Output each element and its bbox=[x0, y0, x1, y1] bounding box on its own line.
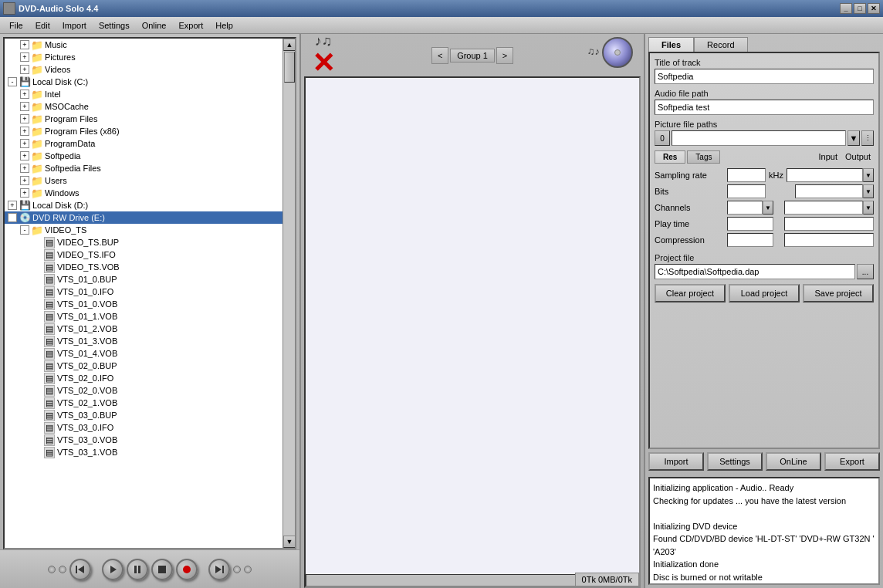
tree-item[interactable]: +📁Videos bbox=[5, 63, 282, 76]
channels-input-in[interactable] bbox=[727, 201, 763, 215]
canvas-scrollbar[interactable] bbox=[306, 574, 593, 586]
tree-item[interactable]: ▤VTS_01_4.VOB bbox=[5, 347, 282, 360]
play-time-input-in[interactable] bbox=[727, 217, 773, 231]
scroll-thumb[interactable] bbox=[284, 52, 295, 83]
channels-dropdown-in[interactable]: ▼ bbox=[763, 201, 773, 215]
play-button[interactable] bbox=[102, 559, 123, 580]
next-button[interactable] bbox=[208, 559, 230, 580]
tree-item[interactable]: ▤VIDEO_TS.VOB bbox=[5, 261, 282, 273]
tree-item[interactable]: +📁Softpedia Files bbox=[5, 162, 282, 174]
picture-path-dropdown[interactable]: ▼ bbox=[847, 130, 860, 146]
tree-scrollbar[interactable]: ▲ ▼ bbox=[282, 39, 295, 548]
log-content[interactable]: Initializing application - Audio.. Ready… bbox=[650, 478, 878, 583]
tree-item[interactable]: ▤VTS_03_0.BUP bbox=[5, 409, 282, 421]
play-time-input-out[interactable] bbox=[784, 217, 874, 231]
pause-button[interactable] bbox=[127, 559, 148, 580]
prev-button[interactable] bbox=[69, 559, 91, 580]
channels-label: Channels bbox=[655, 203, 724, 212]
menu-help[interactable]: Help bbox=[209, 19, 239, 32]
menu-edit[interactable]: Edit bbox=[29, 19, 56, 32]
bits-input-out[interactable] bbox=[795, 184, 863, 198]
inner-tab-res[interactable]: Res bbox=[655, 150, 685, 164]
prev-group-button[interactable]: < bbox=[431, 47, 448, 64]
channels-input-out[interactable] bbox=[784, 201, 863, 215]
picture-number-button[interactable]: 0 bbox=[655, 130, 670, 146]
next-group-button[interactable]: > bbox=[496, 47, 513, 64]
file-tree[interactable]: +📁Music+📁Pictures+📁Videos-💾Local Disk (C… bbox=[5, 39, 282, 548]
tree-item[interactable]: ▤VIDEO_TS.BUP bbox=[5, 236, 282, 248]
tree-item[interactable]: +📁Windows bbox=[5, 187, 282, 199]
online-button[interactable]: OnLine bbox=[766, 452, 821, 471]
x-mark[interactable]: ✕ bbox=[312, 49, 335, 77]
stop-button[interactable] bbox=[151, 559, 173, 580]
tree-item[interactable]: ▤VTS_01_1.VOB bbox=[5, 310, 282, 323]
tree-item[interactable]: ▤VTS_02_0.VOB bbox=[5, 384, 282, 397]
browse-button[interactable]: ... bbox=[857, 264, 874, 279]
scroll-up-arrow[interactable]: ▲ bbox=[283, 39, 296, 51]
menu-bar: File Edit Import Settings Online Export … bbox=[0, 17, 883, 34]
tree-item[interactable]: -💿DVD RW Drive (E:) bbox=[5, 211, 282, 224]
tree-item[interactable]: ▤VIDEO_TS.IFO bbox=[5, 248, 282, 261]
tree-item[interactable]: +📁Program Files bbox=[5, 113, 282, 125]
bits-input-in[interactable] bbox=[727, 184, 766, 198]
tree-item-label: VTS_01_0.BUP bbox=[57, 275, 117, 284]
tree-item[interactable]: +📁Users bbox=[5, 174, 282, 187]
channels-dropdown-out[interactable]: ▼ bbox=[863, 201, 874, 215]
log-line: Initializing application - Audio.. Ready bbox=[653, 482, 875, 495]
tree-item[interactable]: ▤VTS_01_2.VOB bbox=[5, 323, 282, 335]
scroll-down-arrow[interactable]: ▼ bbox=[283, 536, 296, 548]
tree-item[interactable]: ▤VTS_01_0.BUP bbox=[5, 273, 282, 286]
bits-dropdown[interactable]: ▼ bbox=[863, 184, 874, 198]
tree-item[interactable]: ▤VTS_02_0.IFO bbox=[5, 372, 282, 384]
compression-input-in[interactable] bbox=[727, 233, 773, 247]
tree-item[interactable]: +📁ProgramData bbox=[5, 137, 282, 150]
tree-item[interactable]: +📁Program Files (x86) bbox=[5, 125, 282, 137]
record-button[interactable] bbox=[176, 559, 198, 580]
project-action-buttons: Clear project Load project Save project bbox=[655, 284, 874, 302]
maximize-button[interactable]: □ bbox=[854, 3, 866, 14]
tree-item[interactable]: ▤VTS_01_0.IFO bbox=[5, 286, 282, 298]
tab-files[interactable]: Files bbox=[648, 37, 694, 52]
tree-item-label: Softpedia bbox=[45, 151, 80, 161]
audio-path-input[interactable] bbox=[655, 100, 874, 115]
tree-item[interactable]: ▤VTS_01_0.VOB bbox=[5, 298, 282, 310]
menu-import[interactable]: Import bbox=[56, 19, 93, 32]
tree-item[interactable]: +📁Pictures bbox=[5, 51, 282, 63]
tree-item[interactable]: -💾Local Disk (C:) bbox=[5, 76, 282, 88]
import-button[interactable]: Import bbox=[648, 452, 704, 471]
compression-input-out[interactable] bbox=[784, 233, 874, 247]
project-path-input[interactable] bbox=[655, 264, 855, 279]
sampling-rate-input-out[interactable] bbox=[787, 168, 863, 182]
menu-export[interactable]: Export bbox=[172, 19, 209, 32]
tree-item[interactable]: +📁Intel bbox=[5, 88, 282, 100]
menu-online[interactable]: Online bbox=[136, 19, 173, 32]
picture-extra-button[interactable]: ⋮ bbox=[861, 130, 874, 146]
tree-item[interactable]: +📁Music bbox=[5, 39, 282, 51]
save-project-button[interactable]: Save project bbox=[803, 284, 874, 302]
settings-button[interactable]: Settings bbox=[707, 452, 763, 471]
export-button[interactable]: Export bbox=[824, 452, 880, 471]
sampling-rate-dropdown[interactable]: ▼ bbox=[863, 168, 874, 182]
tree-item[interactable]: ▤VTS_03_1.VOB bbox=[5, 446, 282, 458]
clear-project-button[interactable]: Clear project bbox=[655, 284, 726, 302]
tree-item[interactable]: ▤VTS_03_0.VOB bbox=[5, 434, 282, 446]
sampling-rate-input-in[interactable] bbox=[727, 168, 766, 182]
picture-path-input[interactable] bbox=[672, 130, 846, 146]
tree-item[interactable]: -📁VIDEO_TS bbox=[5, 224, 282, 236]
tree-item[interactable]: ▤VTS_02_1.VOB bbox=[5, 397, 282, 409]
bottom-action-buttons: Import Settings OnLine Export bbox=[645, 449, 883, 474]
tree-item[interactable]: ▤VTS_01_3.VOB bbox=[5, 335, 282, 347]
close-button[interactable]: ✕ bbox=[868, 3, 880, 14]
inner-tab-tags[interactable]: Tags bbox=[687, 150, 720, 164]
tab-record[interactable]: Record bbox=[694, 37, 747, 52]
title-input[interactable] bbox=[655, 69, 874, 84]
tree-item[interactable]: +📁Softpedia bbox=[5, 150, 282, 162]
tree-item[interactable]: +💾Local Disk (D:) bbox=[5, 199, 282, 211]
tree-item[interactable]: ▤VTS_03_0.IFO bbox=[5, 421, 282, 434]
menu-file[interactable]: File bbox=[3, 19, 29, 32]
load-project-button[interactable]: Load project bbox=[729, 284, 800, 302]
minimize-button[interactable]: _ bbox=[840, 3, 852, 14]
tree-item[interactable]: ▤VTS_02_0.BUP bbox=[5, 360, 282, 372]
menu-settings[interactable]: Settings bbox=[93, 19, 136, 32]
tree-item[interactable]: +📁MSOCache bbox=[5, 100, 282, 113]
